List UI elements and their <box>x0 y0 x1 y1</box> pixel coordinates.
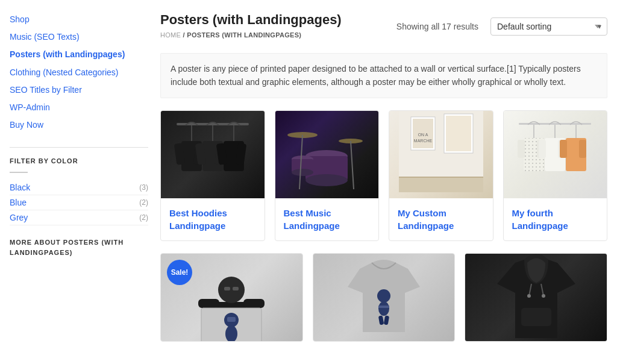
svg-rect-61 <box>378 306 389 308</box>
ninja-shirt-svg <box>336 254 432 341</box>
lp-body-hoodies: Best Hoodies Landingpage <box>161 198 265 240</box>
svg-point-67 <box>527 294 531 298</box>
lp-image-fourth <box>504 111 607 198</box>
lp-body-fourth: My fourth Landingpage <box>504 198 607 240</box>
nav-item-posters[interactable]: Posters (with Landingpages) <box>10 47 148 62</box>
svg-rect-40 <box>539 140 546 158</box>
nav-link-clothing[interactable]: Clothing (Nested Categories) <box>10 67 119 77</box>
black-hoodie-svg <box>488 254 584 341</box>
filter-count-grey: (2) <box>139 213 148 222</box>
svg-text:ON A: ON A <box>418 133 428 137</box>
nav-link-posters[interactable]: Posters (with Landingpages) <box>10 49 125 59</box>
nav-item-music[interactable]: Music (SEO Texts) <box>10 30 148 45</box>
nav-link-wpadmin[interactable]: WP-Admin <box>10 102 50 112</box>
ninja-poster-svg <box>183 254 280 341</box>
breadcrumb: HOME / POSTERS (WITH LANDINGPAGES) <box>160 31 342 39</box>
lp-image-inner-custom: ON A MARCHE <box>389 111 493 198</box>
filter-item-grey[interactable]: Grey (2) <box>10 210 148 225</box>
svg-line-22 <box>351 141 354 189</box>
top-bar: Showing all 17 results Default sorting S… <box>396 17 607 36</box>
filter-underline <box>10 172 28 173</box>
nav-link-shop[interactable]: Shop <box>10 14 30 24</box>
hoodies-svg <box>171 111 255 198</box>
lp-image-hoodies <box>161 111 265 198</box>
sort-wrapper: Default sorting Sort by popularity Sort … <box>490 17 607 36</box>
more-about-title: MORE ABOUT POSTERS (WITH LANDINGPAGES) <box>10 237 148 257</box>
product-image-inner-ninja-shirt <box>313 254 455 341</box>
main-nav: Shop Music (SEO Texts) Posters (with Lan… <box>10 12 148 133</box>
sale-badge: Sale! <box>167 260 192 285</box>
nav-item-clothing[interactable]: Clothing (Nested Categories) <box>10 65 148 80</box>
hangers-white-svg <box>513 111 597 198</box>
lp-image-inner-music <box>275 111 379 198</box>
lp-image-inner-fourth <box>504 111 607 198</box>
filter-link-blue[interactable]: Blue <box>10 198 27 207</box>
svg-rect-36 <box>518 140 525 158</box>
lp-card-music[interactable]: Best Music Landingpage <box>275 110 380 241</box>
svg-rect-51 <box>224 287 230 290</box>
svg-point-50 <box>218 277 245 303</box>
lp-title-hoodies: Best Hoodies Landingpage <box>169 207 256 232</box>
svg-rect-52 <box>233 287 239 290</box>
product-image-black-hoodie <box>465 254 607 341</box>
svg-point-20 <box>292 169 313 176</box>
svg-rect-48 <box>198 299 219 308</box>
posters-svg: ON A MARCHE <box>399 111 483 192</box>
drums-svg <box>284 111 369 198</box>
lp-body-custom: My Custom Landingpage <box>389 198 493 240</box>
nav-link-music[interactable]: Music (SEO Texts) <box>10 32 80 42</box>
svg-rect-56 <box>227 317 236 322</box>
lp-card-hoodies[interactable]: Best Hoodies Landingpage <box>160 110 265 241</box>
svg-point-17 <box>305 174 348 186</box>
product-image-inner-black-hoodie <box>465 254 607 341</box>
filter-link-grey[interactable]: Grey <box>10 213 28 222</box>
lp-title-custom: My Custom Landingpage <box>398 207 484 232</box>
nav-item-shop[interactable]: Shop <box>10 12 148 27</box>
main-content: Posters (with Landingpages) HOME / POSTE… <box>160 12 607 342</box>
product-card-ninja-poster[interactable]: Sale! <box>160 253 303 342</box>
filter-count-blue: (2) <box>139 198 148 207</box>
svg-rect-23 <box>399 177 483 192</box>
product-card-ninja-shirt[interactable] <box>313 253 456 342</box>
lp-image-music <box>275 111 379 198</box>
lp-card-fourth[interactable]: My fourth Landingpage <box>503 110 608 241</box>
breadcrumb-home-link[interactable]: HOME <box>160 31 181 39</box>
lp-body-music: Best Music Landingpage <box>275 198 379 240</box>
filter-list: Black (3) Blue (2) Grey (2) <box>10 180 148 225</box>
sidebar: Shop Music (SEO Texts) Posters (with Lan… <box>10 12 160 342</box>
filter-item-black[interactable]: Black (3) <box>10 180 148 195</box>
svg-rect-30 <box>446 116 471 151</box>
sidebar-divider <box>10 147 148 148</box>
landing-pages-grid: Best Hoodies Landingpage <box>160 110 607 241</box>
filter-count-black: (3) <box>139 183 148 192</box>
svg-point-59 <box>377 289 390 303</box>
lp-title-fourth: My fourth Landingpage <box>512 207 599 232</box>
page-title-wrapper: Posters (with Landingpages) HOME / POSTE… <box>160 12 342 51</box>
svg-rect-44 <box>560 140 567 158</box>
lp-image-inner-hoodies <box>161 111 265 198</box>
nav-link-seo[interactable]: SEO Titles by Filter <box>10 85 82 95</box>
filter-link-black[interactable]: Black <box>10 183 30 192</box>
product-image-ninja-shirt <box>313 254 455 341</box>
product-card-black-hoodie[interactable] <box>465 253 607 342</box>
results-count: Showing all 17 results <box>396 22 478 31</box>
svg-text:MARCHE: MARCHE <box>414 139 433 143</box>
more-about-section: MORE ABOUT POSTERS (WITH LANDINGPAGES) <box>10 237 148 257</box>
nav-item-buynow[interactable]: Buy Now <box>10 118 148 133</box>
breadcrumb-current: POSTERS (WITH LANDINGPAGES) <box>187 31 301 39</box>
filter-by-color: FILTER BY COLOR Black (3) Blue (2) Grey … <box>10 157 148 225</box>
lp-card-custom[interactable]: ON A MARCHE My Custom Landingpage <box>389 110 493 241</box>
sort-select[interactable]: Default sorting Sort by popularity Sort … <box>490 17 607 36</box>
filter-color-title: FILTER BY COLOR <box>10 157 148 165</box>
filter-item-blue[interactable]: Blue (2) <box>10 195 148 210</box>
lp-image-custom: ON A MARCHE <box>389 111 493 198</box>
lp-title-music: Best Music Landingpage <box>284 207 371 232</box>
nav-item-wpadmin[interactable]: WP-Admin <box>10 100 148 115</box>
page-title: Posters (with Landingpages) <box>160 12 342 28</box>
category-description: A poster is any piece of printed paper d… <box>160 53 607 98</box>
nav-item-seo[interactable]: SEO Titles by Filter <box>10 83 148 98</box>
svg-point-68 <box>542 294 545 298</box>
nav-link-buynow[interactable]: Buy Now <box>10 120 43 130</box>
nav-menu: Shop Music (SEO Texts) Posters (with Lan… <box>10 12 148 133</box>
svg-rect-49 <box>243 299 265 308</box>
